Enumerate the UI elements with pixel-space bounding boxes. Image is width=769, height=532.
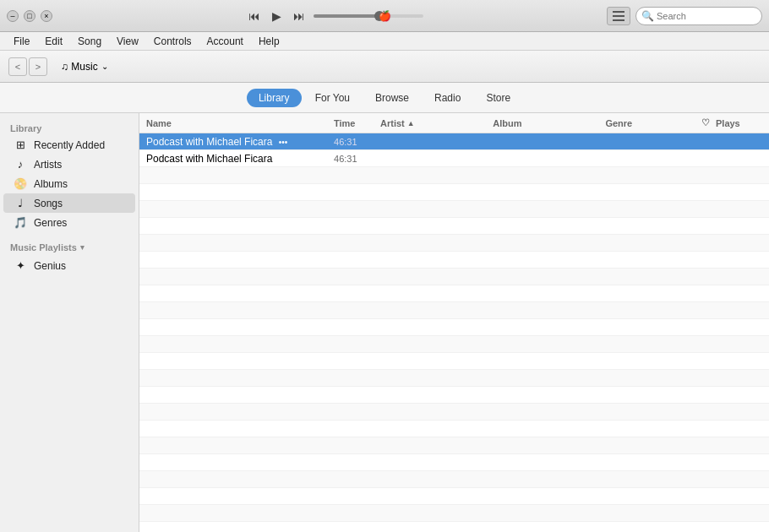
empty-row [139, 421, 769, 437]
menu-bar: FileEditSongViewControlsAccountHelp [0, 32, 769, 51]
menu-item-file[interactable]: File [7, 34, 36, 49]
menu-item-help[interactable]: Help [252, 34, 286, 49]
sidebar-items: ⊞ Recently Added♪ Artists📀 Albums♩ Songs… [0, 135, 139, 232]
albums-icon: 📀 [14, 177, 27, 190]
table-header: Name Time Artist ▲ Album Genre ♡ Plays [139, 113, 769, 133]
row-time: 46:31 [334, 137, 380, 147]
table-body: Podcast with Michael Ficara ••• 46:31 Po… [139, 133, 769, 532]
playlists-label: Music Playlists [10, 242, 77, 252]
music-icon: ♫ Music [61, 61, 98, 73]
playlist-items: ✦ Genius [0, 256, 139, 275]
empty-row [139, 387, 769, 404]
col-name-header[interactable]: Name [146, 118, 334, 128]
empty-row [139, 488, 769, 505]
close-button[interactable]: × [41, 10, 52, 22]
artist-sort-icon: ▲ [407, 119, 415, 128]
maximize-button[interactable]: □ [24, 10, 35, 22]
sidebar-item-genres[interactable]: 🎵 Genres [3, 213, 135, 232]
col-artist-header[interactable]: Artist ▲ [380, 118, 493, 128]
empty-row [139, 370, 769, 387]
empty-row [139, 285, 769, 302]
sidebar-label-albums: Albums [34, 178, 68, 190]
title-bar-right: 🔍 [607, 7, 762, 25]
row-name: Podcast with Michael Ficara [146, 153, 334, 165]
row-time: 46:31 [334, 154, 380, 164]
menu-item-edit[interactable]: Edit [38, 34, 69, 49]
playlist-item-genius[interactable]: ✦ Genius [3, 256, 135, 275]
sidebar-label-genres: Genres [34, 217, 67, 229]
sidebar-label-recently-added: Recently Added [34, 139, 105, 151]
empty-row [139, 471, 769, 488]
search-container: 🔍 [635, 7, 762, 25]
tab-for-you[interactable]: For You [303, 89, 362, 107]
row-name: Podcast with Michael Ficara ••• [146, 136, 334, 148]
artists-icon: ♪ [14, 158, 27, 171]
playlist-label-genius: Genius [34, 260, 66, 272]
col-album-header[interactable]: Album [493, 118, 605, 128]
tab-radio[interactable]: Radio [423, 89, 472, 107]
tab-store[interactable]: Store [474, 89, 522, 107]
col-genre-header[interactable]: Genre [605, 118, 695, 128]
menu-line [613, 15, 624, 17]
empty-row [139, 184, 769, 201]
menu-item-account[interactable]: Account [200, 34, 250, 49]
empty-row [139, 437, 769, 454]
tab-library[interactable]: Library [247, 89, 302, 107]
content-area: Name Time Artist ▲ Album Genre ♡ Plays P… [139, 113, 769, 532]
sidebar-label-songs: Songs [34, 198, 63, 209]
empty-row [139, 218, 769, 235]
table-row[interactable]: Podcast with Michael Ficara 46:31 [139, 150, 769, 167]
sidebar-item-artists[interactable]: ♪ Artists [3, 155, 135, 174]
empty-row [139, 201, 769, 218]
apple-logo: 🍎 [379, 10, 391, 22]
songs-icon: ♩ [14, 197, 27, 209]
empty-row [139, 404, 769, 421]
sidebar-item-albums[interactable]: 📀 Albums [3, 174, 135, 193]
window-controls: – □ × [7, 10, 52, 22]
menu-line [613, 19, 624, 21]
sidebar-item-recently-added[interactable]: ⊞ Recently Added [3, 135, 135, 155]
genius-icon: ✦ [14, 259, 27, 272]
nav-bar: LibraryFor YouBrowseRadioStore [0, 83, 769, 113]
playlists-chevron: ▾ [80, 243, 85, 252]
empty-row [139, 302, 769, 319]
sidebar: Library ⊞ Recently Added♪ Artists📀 Album… [0, 113, 139, 532]
menu-item-view[interactable]: View [110, 34, 145, 49]
music-playlists-section[interactable]: Music Playlists ▾ [0, 239, 139, 256]
empty-row [139, 336, 769, 353]
empty-row [139, 454, 769, 471]
minimize-button[interactable]: – [7, 10, 19, 22]
tab-group: LibraryFor YouBrowseRadioStore [247, 89, 522, 107]
tab-browse[interactable]: Browse [363, 89, 421, 107]
dots-icon: ••• [279, 138, 288, 147]
nav-back-forward: < > [8, 57, 47, 76]
play-button[interactable]: ▶ [269, 9, 285, 23]
recently-added-icon: ⊞ [14, 138, 27, 151]
next-button[interactable]: ⏭ [290, 9, 308, 23]
col-time-header[interactable]: Time [334, 118, 380, 128]
col-heart-header[interactable]: ♡ [695, 117, 716, 128]
progress-fill [314, 14, 379, 18]
sidebar-item-songs[interactable]: ♩ Songs [3, 193, 135, 213]
sidebar-label-artists: Artists [34, 159, 62, 171]
empty-row [139, 235, 769, 252]
menu-button[interactable] [607, 7, 630, 25]
search-input[interactable] [635, 7, 762, 25]
music-dropdown-arrow[interactable]: ⌄ [101, 62, 108, 71]
empty-row [139, 505, 769, 522]
empty-row [139, 269, 769, 285]
col-plays-header[interactable]: Plays [716, 118, 762, 128]
music-selector: ♫ Music ⌄ [61, 61, 108, 73]
library-label: Library [0, 120, 139, 135]
main-layout: Library ⊞ Recently Added♪ Artists📀 Album… [0, 113, 769, 532]
menu-item-song[interactable]: Song [71, 34, 108, 49]
progress-bar[interactable] [314, 14, 423, 18]
search-icon: 🔍 [641, 10, 654, 22]
menu-item-controls[interactable]: Controls [147, 34, 199, 49]
table-row[interactable]: Podcast with Michael Ficara ••• 46:31 [139, 133, 769, 150]
back-nav-button[interactable]: < [8, 57, 27, 76]
menu-line [613, 11, 624, 13]
forward-nav-button[interactable]: > [29, 57, 47, 76]
prev-button[interactable]: ⏮ [245, 9, 264, 23]
empty-row [139, 167, 769, 184]
